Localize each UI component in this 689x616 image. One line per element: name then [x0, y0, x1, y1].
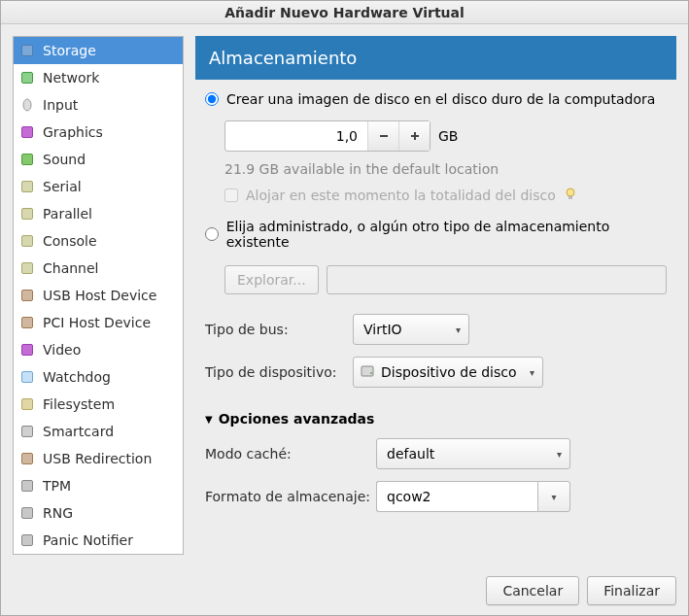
- sidebar-item-parallel[interactable]: Parallel: [14, 200, 183, 227]
- sidebar-item-watchdog[interactable]: Watchdog: [14, 363, 183, 391]
- sidebar-item-label: Channel: [43, 260, 98, 276]
- svg-point-0: [23, 99, 31, 111]
- svg-rect-6: [362, 366, 373, 376]
- sidebar-item-network[interactable]: Network: [14, 64, 183, 91]
- radio-create-label: Crear una imagen de disco en el disco du…: [226, 91, 655, 107]
- sound-icon: [19, 152, 35, 167]
- sidebar-item-label: Video: [43, 342, 81, 358]
- size-spinner[interactable]: [224, 120, 431, 152]
- chevron-down-icon: ▾: [551, 492, 556, 502]
- sidebar-item-label: USB Host Device: [43, 288, 156, 303]
- sidebar-item-storage[interactable]: Storage: [14, 37, 183, 64]
- rng-icon: [19, 505, 35, 521]
- tpm-icon: [19, 478, 35, 494]
- sidebar-item-label: Storage: [43, 43, 96, 58]
- sidebar-item-sound[interactable]: Sound: [14, 146, 183, 173]
- cache-mode-value: default: [387, 446, 434, 462]
- device-type-label: Tipo de dispositivo:: [205, 364, 347, 380]
- sidebar-item-label: Input: [43, 97, 78, 113]
- chevron-down-icon: ▾: [557, 449, 562, 460]
- chevron-down-icon: ▾: [456, 325, 461, 335]
- svg-rect-1: [380, 135, 388, 137]
- sidebar-item-channel[interactable]: Channel: [14, 255, 183, 282]
- sidebar-item-label: PCI Host Device: [43, 315, 151, 330]
- size-unit: GB: [438, 128, 458, 144]
- serial-icon: [19, 179, 35, 194]
- svg-rect-3: [411, 135, 419, 137]
- sidebar-item-label: Graphics: [43, 124, 103, 140]
- size-decrement[interactable]: [367, 121, 398, 151]
- allocate-now-label: Alojar en este momento la totalidad del …: [246, 188, 556, 203]
- svg-point-4: [567, 188, 574, 196]
- sidebar-item-label: Smartcard: [43, 424, 114, 439]
- sidebar-item-label: Network: [43, 70, 99, 86]
- advanced-options-expander[interactable]: ▼ Opciones avanzadas: [205, 411, 667, 427]
- input-icon: [19, 97, 35, 113]
- sidebar-item-usb-host[interactable]: USB Host Device: [14, 282, 183, 309]
- cache-mode-combo[interactable]: default ▾: [376, 438, 570, 469]
- sidebar-item-label: Watchdog: [43, 369, 111, 385]
- sidebar-item-smartcard[interactable]: Smartcard: [14, 418, 183, 445]
- console-icon: [19, 233, 35, 249]
- device-type-value: Dispositivo de disco: [381, 364, 517, 380]
- advanced-options-label: Opciones avanzadas: [219, 411, 375, 427]
- storage-format-dropdown[interactable]: ▾: [537, 481, 570, 512]
- radio-create-disk[interactable]: Crear una imagen de disco en el disco du…: [205, 91, 667, 107]
- size-increment[interactable]: [398, 121, 430, 151]
- sidebar-item-label: Parallel: [43, 206, 92, 222]
- svg-rect-5: [568, 196, 572, 199]
- sidebar-item-label: Console: [43, 233, 97, 249]
- storage-icon: [19, 43, 35, 58]
- storage-path-input: [327, 265, 667, 294]
- watchdog-icon: [19, 369, 35, 385]
- sidebar-item-pci-host[interactable]: PCI Host Device: [14, 309, 183, 336]
- lightbulb-icon: [564, 187, 577, 203]
- graphics-icon: [19, 124, 35, 140]
- sidebar-item-graphics[interactable]: Graphics: [14, 119, 183, 146]
- storage-format-input[interactable]: [376, 481, 537, 512]
- filesystem-icon: [19, 396, 35, 412]
- cache-mode-label: Modo caché:: [205, 446, 370, 462]
- svg-point-7: [370, 372, 372, 374]
- window-title: Añadir Nuevo Hardware Virtual: [1, 1, 688, 24]
- video-icon: [19, 342, 35, 358]
- expander-arrow-icon: ▼: [205, 414, 213, 425]
- sidebar-item-filesystem[interactable]: Filesystem: [14, 391, 183, 418]
- sidebar-item-label: Filesystem: [43, 396, 115, 412]
- device-type-combo[interactable]: Dispositivo de disco ▾: [353, 357, 543, 388]
- available-space: 21.9 GB available in the default locatio…: [224, 161, 667, 177]
- bus-type-value: VirtIO: [363, 322, 402, 337]
- sidebar-item-input[interactable]: Input: [14, 91, 183, 119]
- sidebar-item-label: Sound: [43, 152, 86, 167]
- network-icon: [19, 70, 35, 86]
- sidebar-item-rng[interactable]: RNG: [14, 499, 183, 527]
- bus-type-label: Tipo de bus:: [205, 322, 347, 337]
- sidebar-item-tpm[interactable]: TPM: [14, 472, 183, 499]
- parallel-icon: [19, 206, 35, 222]
- finish-button[interactable]: Finalizar: [587, 576, 676, 605]
- sidebar-item-label: Serial: [43, 179, 82, 194]
- storage-format-label: Formato de almacenaje:: [205, 489, 370, 504]
- usb-host-icon: [19, 288, 35, 303]
- radio-managed-input[interactable]: [205, 227, 219, 241]
- bus-type-combo[interactable]: VirtIO ▾: [353, 314, 469, 345]
- smartcard-icon: [19, 424, 35, 439]
- channel-icon: [19, 260, 35, 276]
- sidebar-item-label: TPM: [43, 478, 71, 494]
- storage-format-combo[interactable]: ▾: [376, 481, 570, 512]
- sidebar-item-console[interactable]: Console: [14, 227, 183, 255]
- radio-managed-storage[interactable]: Elija administrado, o algún otro tipo de…: [205, 219, 667, 250]
- sidebar-item-label: RNG: [43, 505, 73, 521]
- sidebar-item-serial[interactable]: Serial: [14, 173, 183, 200]
- size-input[interactable]: [225, 121, 367, 151]
- pci-host-icon: [19, 315, 35, 330]
- cancel-button[interactable]: Cancelar: [486, 576, 579, 605]
- radio-create-input[interactable]: [205, 92, 219, 106]
- chevron-down-icon: ▾: [530, 367, 534, 378]
- sidebar-item-usb-redir[interactable]: USB Redirection: [14, 445, 183, 472]
- sidebar-item-video[interactable]: Video: [14, 336, 183, 363]
- sidebar-item-panic[interactable]: Panic Notifier: [14, 527, 183, 554]
- allocate-now-checkbox: [224, 188, 238, 202]
- hardware-sidebar: Storage Network Input Graphics Sound Ser…: [13, 36, 184, 555]
- harddisk-icon: [360, 363, 375, 382]
